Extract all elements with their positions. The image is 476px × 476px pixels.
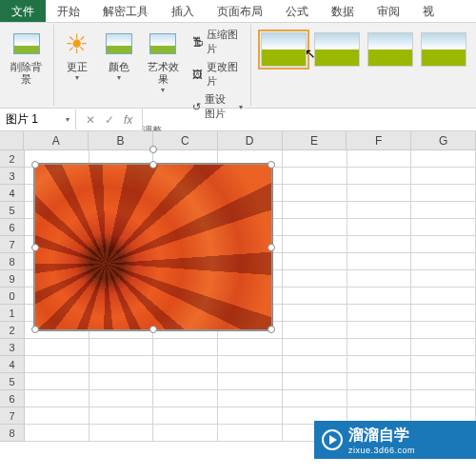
select-all-corner[interactable]	[0, 131, 24, 150]
col-header[interactable]: F	[347, 131, 411, 150]
row-header[interactable]: 1	[0, 305, 25, 322]
artistic-label: 艺术效果	[146, 61, 181, 86]
col-header[interactable]: E	[283, 131, 347, 150]
style-thumb-3[interactable]	[367, 32, 413, 67]
row-header[interactable]: 8	[0, 253, 25, 270]
compress-label: 压缩图片	[207, 28, 243, 56]
row-headers: 2 3 4 5 6 7 8 9 0 1 2 3 4 5 6 7 8	[0, 150, 25, 442]
tab-data[interactable]: 数据	[320, 0, 366, 22]
tab-decrypt[interactable]: 解密工具	[91, 0, 160, 22]
ribbon-tabs: 文件 开始 解密工具 插入 页面布局 公式 数据 审阅 视	[0, 0, 476, 23]
color-icon	[104, 29, 134, 59]
worksheet: A B C D E F G 2 3 4 5 6 7 8 9 0 1 2 3 4 …	[0, 131, 476, 442]
formula-bar[interactable]	[142, 109, 476, 130]
tab-review[interactable]: 审阅	[366, 0, 411, 22]
sun-icon: ☀	[62, 29, 92, 59]
artistic-button[interactable]: 艺术效果 ▾	[142, 27, 185, 122]
watermark-title: 溜溜自学	[348, 426, 415, 446]
row-header[interactable]: 4	[0, 185, 25, 202]
tab-home[interactable]: 开始	[46, 0, 91, 22]
style-thumb-4[interactable]	[421, 32, 466, 67]
cell-area[interactable]	[25, 150, 476, 442]
selected-picture[interactable]	[34, 164, 272, 330]
tab-file[interactable]: 文件	[0, 0, 46, 22]
watermark: 溜溜自学 zixue.3d66.com	[314, 421, 476, 459]
resize-handle-tr[interactable]	[268, 161, 275, 169]
row-header[interactable]: 6	[0, 219, 25, 236]
compress-icon: 🗜	[192, 36, 203, 48]
row-header[interactable]: 5	[0, 202, 25, 219]
row-header[interactable]: 4	[0, 356, 25, 373]
name-box-value: 图片 1	[6, 111, 38, 128]
row-header[interactable]: 0	[0, 288, 25, 305]
watermark-url: zixue.3d66.com	[348, 446, 415, 455]
row-header[interactable]: 3	[0, 339, 25, 356]
remove-bg-label: 削除背景	[8, 61, 46, 86]
fx-icon[interactable]: fx	[124, 113, 132, 127]
col-header[interactable]: D	[218, 131, 283, 150]
ribbon: 削除背景 ☀ 更正 ▾ 颜色 ▾ 艺术效果 ▾ 🗜压缩图片 🖼更改图片	[0, 23, 476, 109]
remove-background-button[interactable]: 削除背景	[4, 27, 50, 88]
col-header[interactable]: G	[411, 131, 476, 150]
resize-handle-b[interactable]	[149, 326, 157, 333]
row-header[interactable]: 3	[0, 168, 25, 185]
remove-bg-icon	[11, 29, 42, 59]
change-label: 更改图片	[207, 60, 243, 89]
chevron-down-icon: ▾	[117, 73, 121, 82]
tab-formula[interactable]: 公式	[274, 0, 320, 22]
tab-layout[interactable]: 页面布局	[206, 0, 274, 22]
name-box[interactable]: 图片 1 ▾	[0, 109, 76, 129]
corrections-label: 更正	[67, 61, 88, 73]
row-header[interactable]: 7	[0, 407, 25, 425]
chevron-down-icon: ▾	[75, 73, 79, 82]
style-thumb-1[interactable]	[261, 32, 307, 67]
tab-insert[interactable]: 插入	[160, 0, 206, 22]
col-header[interactable]: C	[153, 131, 218, 150]
chevron-down-icon: ▾	[161, 86, 165, 94]
col-header[interactable]: A	[24, 131, 89, 150]
formula-bar-row: 图片 1 ▾ ✕ ✓ fx	[0, 109, 476, 131]
tab-view[interactable]: 视	[411, 0, 446, 22]
resize-handle-bl[interactable]	[31, 326, 39, 333]
adjust-small-buttons: 🗜压缩图片 🖼更改图片 ↺重设图片 ▾	[188, 27, 247, 122]
row-header[interactable]: 2	[0, 150, 25, 168]
row-header[interactable]: 8	[0, 425, 25, 442]
column-headers: A B C D E F G	[0, 131, 476, 150]
group-adjust: ☀ 更正 ▾ 颜色 ▾ 艺术效果 ▾ 🗜压缩图片 🖼更改图片 ↺重设图片 ▾ 调…	[54, 25, 251, 106]
corrections-button[interactable]: ☀ 更正 ▾	[58, 27, 96, 122]
row-header[interactable]: 9	[0, 270, 25, 288]
rotate-handle[interactable]	[149, 146, 157, 153]
play-icon	[322, 429, 343, 450]
cancel-icon[interactable]: ✕	[86, 113, 95, 127]
color-button[interactable]: 颜色 ▾	[100, 27, 138, 122]
chevron-down-icon: ▾	[66, 115, 69, 124]
change-icon: 🖼	[192, 69, 203, 80]
resize-handle-r[interactable]	[268, 244, 275, 251]
artistic-icon	[148, 29, 178, 59]
row-header[interactable]: 7	[0, 236, 25, 253]
row-header[interactable]: 6	[0, 390, 25, 407]
formula-controls: ✕ ✓ fx	[76, 113, 142, 127]
col-header[interactable]: B	[89, 131, 153, 150]
group-styles	[251, 25, 476, 106]
color-label: 颜色	[109, 61, 129, 73]
row-header[interactable]: 2	[0, 322, 25, 339]
compress-button[interactable]: 🗜压缩图片	[188, 27, 247, 57]
resize-handle-tl[interactable]	[31, 161, 39, 169]
resize-handle-br[interactable]	[268, 326, 275, 333]
change-picture-button[interactable]: 🖼更改图片	[188, 59, 247, 89]
confirm-icon[interactable]: ✓	[105, 113, 114, 127]
row-header[interactable]: 5	[0, 373, 25, 390]
style-thumb-2[interactable]	[314, 32, 360, 67]
resize-handle-l[interactable]	[31, 244, 39, 251]
resize-handle-t[interactable]	[149, 161, 157, 169]
picture-styles-gallery	[255, 27, 472, 72]
group-remove-bg: 削除背景	[0, 25, 54, 106]
